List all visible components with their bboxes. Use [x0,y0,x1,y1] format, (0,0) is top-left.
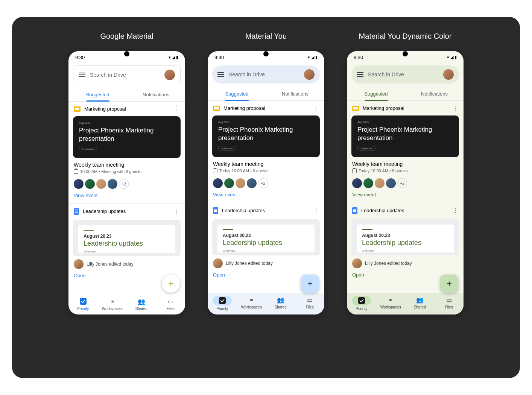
attendee-avatar[interactable] [386,178,396,188]
nav-workspaces[interactable]: ⚭Workspaces [376,293,406,314]
attendee-more[interactable]: +2 [258,178,268,188]
nav-files[interactable]: ▭Files [156,294,185,314]
attendee-avatar[interactable] [375,178,385,188]
slide-status: In progress [79,147,97,151]
status-icons: ▾◢▮ [447,55,457,60]
calendar-icon [213,169,217,173]
profile-avatar[interactable] [304,69,315,80]
file-name[interactable]: Marketing proposal [363,105,448,111]
menu-icon[interactable] [357,72,363,77]
fab-add[interactable]: + [301,275,319,293]
fab-add[interactable]: + [162,275,180,293]
more-icon[interactable]: ⋮ [174,208,180,215]
status-icons: ▾◢▮ [169,55,178,60]
meeting-block: Weekly team meeting Today 10:00 AM • 6 g… [208,157,324,175]
file-name[interactable]: Leadership updates [83,208,170,214]
tab-suggested[interactable]: Suggested [347,87,405,100]
nav-shared[interactable]: 👥Shared [127,294,156,314]
slide-title: Project Phoenix Marketing presentation [357,126,453,142]
attendee-avatar[interactable] [108,179,117,189]
tab-notifications[interactable]: Notifications [266,87,324,100]
docs-icon [213,207,218,214]
nav-workspaces[interactable]: ⚭Workspaces [237,293,266,314]
nav-priority[interactable]: Priority [347,293,376,314]
more-icon[interactable]: ⋮ [313,105,319,112]
attendee-avatar[interactable] [213,178,223,188]
doc-date: August 20.23 [223,233,309,238]
attendee-avatar[interactable] [96,179,106,189]
attendee-avatar[interactable] [236,178,245,188]
meeting-title: Weekly team meeting [74,162,180,168]
editor-info: Lilly Jones edited today [347,255,464,270]
file-name[interactable]: Leadership updates [361,208,448,213]
tab-notifications[interactable]: Notifications [405,87,464,100]
menu-icon[interactable] [217,72,224,77]
attendee-avatar[interactable] [363,178,373,188]
slide-thumbnail[interactable]: Aug 2023 Project Phoenix Marketing prese… [351,115,459,157]
doc-section: Overview [362,249,448,252]
more-icon[interactable]: ⋮ [313,207,319,214]
shared-icon: 👥 [277,296,285,304]
attendee-avatar[interactable] [352,178,362,188]
nav-priority[interactable]: Priority [68,294,98,314]
nav-priority[interactable]: Priority [208,293,237,314]
docs-icon [74,208,79,215]
more-icon[interactable]: ⋮ [452,207,458,214]
folder-icon: ▭ [445,296,453,304]
variant-google-material: Google Material 9:30 ▾◢▮ Search in Drive [68,32,185,314]
tab-suggested[interactable]: Suggested [68,88,127,101]
attendee-more[interactable]: +2 [119,179,129,189]
file-name[interactable]: Marketing proposal [223,105,309,111]
doc-section: Overview [84,250,170,253]
more-icon[interactable]: ⋮ [174,105,180,112]
attendee-avatar[interactable] [85,179,95,189]
attendee-avatar[interactable] [74,179,84,189]
doc-thumbnail[interactable]: August 20.23 Leadership updates Overview [351,219,459,255]
doc-thumbnail[interactable]: August 20.23 Leadership updates Overview [73,220,181,256]
search-bar[interactable]: Search in Drive [351,65,459,84]
editor-avatar [352,258,362,268]
meeting-block: Weekly team meeting 10:00 AM • Meeting w… [68,158,185,176]
attendee-avatar[interactable] [224,178,234,188]
view-event-link[interactable]: View event [68,190,185,204]
doc-thumbnail[interactable]: August 20.23 Leadership updates Overview [212,219,320,255]
nav-files[interactable]: ▭Files [435,293,464,314]
search-bar[interactable]: Search in Drive [73,65,181,84]
view-event-link[interactable]: View event [347,190,464,203]
doc-date: August 20.23 [362,233,448,238]
meeting-subtitle: Today 10:00 AM • 6 guests [352,169,458,173]
folder-icon: ▭ [306,296,314,304]
view-event-link[interactable]: View event [208,190,324,203]
shared-icon: 👥 [137,297,146,305]
profile-avatar[interactable] [443,69,454,80]
nav-shared[interactable]: 👥Shared [266,293,295,314]
menu-icon[interactable] [79,73,85,77]
nav-workspaces[interactable]: ⚭Workspaces [98,294,127,314]
more-icon[interactable]: ⋮ [452,105,458,112]
attendee-more[interactable]: +2 [397,178,407,188]
meeting-subtitle: 10:00 AM • Meeting with 6 guests [74,169,180,174]
attendee-avatar[interactable] [247,178,257,188]
folder-icon: ▭ [166,297,175,305]
card-header: Leadership updates ⋮ [347,203,464,218]
status-time: 9:30 [214,55,224,60]
profile-avatar[interactable] [164,70,175,80]
fab-add[interactable]: + [440,275,458,293]
slide-thumbnail[interactable]: Aug 2023 Project Phoenix Marketing prese… [73,116,181,158]
plus-icon: + [168,278,173,289]
file-name[interactable]: Marketing proposal [84,106,170,112]
tab-suggested[interactable]: Suggested [208,87,266,100]
workspaces-icon: ⚭ [108,297,116,305]
file-name[interactable]: Leadership updates [222,208,309,213]
doc-section: Overview [223,249,309,252]
meeting-subtitle: Today 10:00 AM • 6 guests [213,169,319,173]
tab-notifications[interactable]: Notifications [127,88,185,101]
slide-thumbnail[interactable]: Aug 2023 Project Phoenix Marketing prese… [212,115,320,157]
search-bar[interactable]: Search in Drive [212,65,320,84]
nav-shared[interactable]: 👥Shared [405,293,435,314]
slides-icon [352,106,359,111]
nav-files[interactable]: ▭Files [295,293,325,314]
doc-date: August 20.23 [84,234,170,239]
slide-title: Project Phoenix Marketing presentation [218,126,314,142]
slide-meta: Aug 2023 [357,121,453,123]
